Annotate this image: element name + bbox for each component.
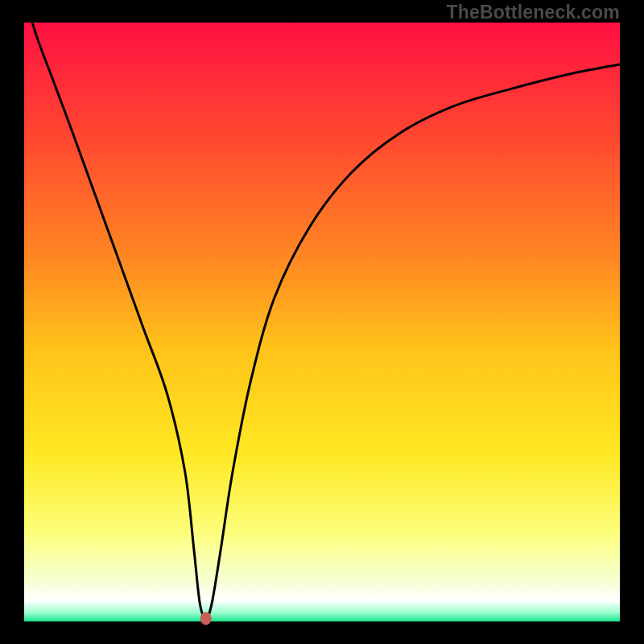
bottleneck-chart	[0, 0, 644, 644]
plot-background	[24, 23, 620, 621]
watermark-text: TheBottleneck.com	[446, 2, 620, 23]
chart-frame: TheBottleneck.com	[0, 0, 644, 644]
optimal-marker	[200, 612, 212, 625]
